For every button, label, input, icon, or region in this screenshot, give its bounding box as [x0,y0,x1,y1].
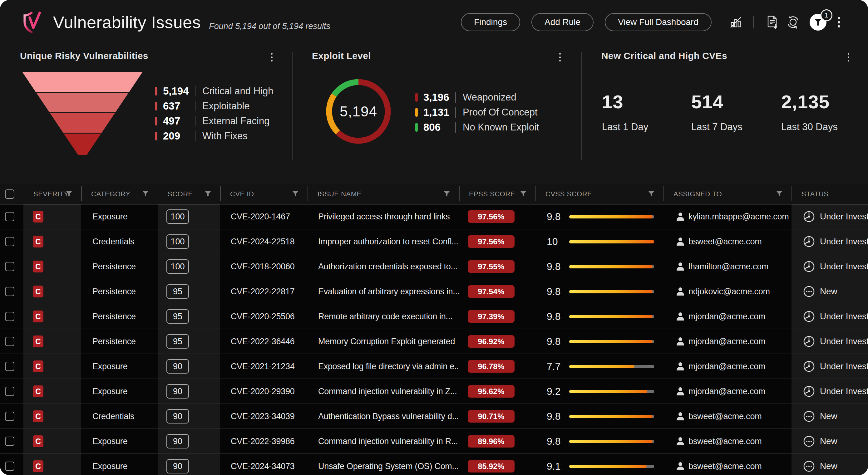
column-header-cvss-score[interactable]: CVSS SCORE [535,184,663,204]
row-checkbox[interactable] [5,262,14,271]
cve-id-cell[interactable]: CVE-2021-21234 [231,362,294,371]
issue-name-cell[interactable]: Evaluation of arbitrary expressions in..… [318,287,459,296]
column-header-cve-id[interactable]: CVE ID [220,184,308,204]
column-header-assigned-to[interactable]: ASSIGNED TO [663,184,792,204]
column-header-issue-name[interactable]: ISSUE NAME [308,184,459,204]
panel-menu-icon[interactable] [559,53,561,62]
severity-badge: C [33,336,43,347]
table-row[interactable]: C Exposure 90 CVE-2020-29390 Command inj… [0,379,868,404]
table-row[interactable]: C Persistence 100 CVE-2018-20060 Authori… [0,254,868,279]
table-row[interactable]: C Persistence 95 CVE-2022-22817 Evaluati… [0,279,868,304]
column-header-epss-score[interactable]: EPSS SCORE [459,184,535,204]
status-new-icon [803,410,815,422]
filter-icon[interactable] [66,190,72,198]
cve-id-cell[interactable]: CVE-2020-25506 [231,312,294,321]
assignee-email[interactable]: bsweet@acme.com [688,237,762,247]
panel-menu-icon[interactable] [848,53,849,62]
top-bar: Vulnerability Issues Found 5,194 out of … [0,0,868,44]
row-checkbox[interactable] [5,212,14,221]
row-checkbox[interactable] [5,462,14,471]
filter-icon[interactable] [205,190,211,198]
assignee-email[interactable]: bsweet@acme.com [688,412,762,421]
table-row[interactable]: C Exposure 100 CVE-2020-1467 Privileged … [0,204,868,229]
issue-name-cell[interactable]: Privileged access through hard links [318,212,450,222]
assignee-email[interactable]: bsweet@acme.com [688,462,762,471]
row-checkbox[interactable] [5,412,14,421]
findings-button[interactable]: Findings [461,13,520,31]
cvss-score-value: 7.7 [547,361,569,372]
assignee-email[interactable]: mjordan@acme.com [688,312,765,321]
cve-id-cell[interactable]: CVE-2020-1467 [231,212,290,222]
legend-item: 637Exploitable [155,100,273,113]
assignee-email[interactable]: mjordan@acme.com [688,337,765,346]
column-header-category[interactable]: CATEGORY [81,184,158,204]
cve-id-cell[interactable]: CVE-2024-22518 [231,237,294,247]
cve-id-cell[interactable]: CVE-2022-36446 [231,337,294,346]
row-checkbox[interactable] [5,337,14,346]
export-report-icon[interactable] [765,15,778,29]
issue-name-cell[interactable]: Authorization credentials exposed to... [318,262,457,272]
assignee-email[interactable]: kylian.mbappe@acme.com [688,212,789,222]
user-avatar[interactable]: 1 [810,14,827,31]
column-header-status[interactable]: STATUS [792,184,868,204]
table-row[interactable]: C Credentials 100 CVE-2024-22518 Imprope… [0,229,868,254]
cve-id-cell[interactable]: CVE-2022-22817 [231,287,294,296]
row-checkbox[interactable] [5,312,14,321]
filter-icon[interactable] [649,190,654,198]
score-box: 90 [166,359,189,374]
filter-icon[interactable] [521,190,526,198]
filter-icon[interactable] [777,190,782,198]
issue-name-cell[interactable]: Memory Corruption Exploit generated [318,337,455,346]
cve-id-cell[interactable]: CVE-2024-34073 [231,462,294,471]
cve-id-cell[interactable]: CVE-2022-39986 [231,437,294,446]
issue-name-cell[interactable]: Exposed log file directory via admin e..… [318,362,459,371]
table-row[interactable]: C Exposure 90 CVE-2024-34073 Unsafe Oper… [0,454,868,475]
assignee-email[interactable]: bsweet@acme.com [688,437,762,446]
cve-id-cell[interactable]: CVE-2023-34039 [231,412,294,421]
assignee-email[interactable]: ndjokovic@acme.com [688,287,770,296]
filter-icon[interactable] [292,190,298,198]
status-label: Under Investigation [820,312,868,321]
severity-badge: C [33,460,43,472]
legend-item: 3,196Weaponized [415,91,539,104]
table-row[interactable]: C Persistence 95 CVE-2022-36446 Memory C… [0,329,868,354]
issue-name-cell[interactable]: Command injection vulnerability in Z... [318,387,457,397]
table-row[interactable]: C Exposure 90 CVE-2022-39986 Command inj… [0,429,868,454]
row-checkbox[interactable] [5,437,14,446]
table-row[interactable]: C Exposure 90 CVE-2021-21234 Exposed log… [0,354,868,379]
filter-icon[interactable] [143,190,148,198]
row-checkbox[interactable] [5,287,14,296]
view-full-dashboard-button[interactable]: View Full Dashboard [605,13,712,31]
select-all-checkbox[interactable] [5,189,14,199]
cvss-score-value: 9.8 [547,311,569,322]
cvss-score-value: 9.2 [547,386,569,397]
issue-name-cell[interactable]: Authentication Bypass vulnerability d... [318,412,459,421]
filter-icon[interactable] [444,190,450,198]
assignee-email[interactable]: lhamilton@acme.com [688,262,768,272]
table-row[interactable]: C Persistence 95 CVE-2020-25506 Remote a… [0,304,868,329]
row-checkbox[interactable] [5,362,14,371]
cve-id-cell[interactable]: CVE-2020-29390 [231,387,294,397]
column-header-severity[interactable]: SEVERITY [23,184,81,204]
panel-menu-icon[interactable] [271,53,273,62]
issue-name-cell[interactable]: Improper authorization to reset Confl... [318,237,458,247]
add-rule-button[interactable]: Add Rule [531,13,594,31]
table-row[interactable]: C Credentials 90 CVE-2023-34039 Authenti… [0,404,868,429]
hide-charts-icon[interactable] [730,16,742,28]
row-checkbox[interactable] [5,237,14,246]
refresh-icon[interactable] [786,15,800,29]
cvss-score-bar [569,465,654,468]
assignee-email[interactable]: mjordan@acme.com [688,387,765,397]
score-box: 95 [166,309,189,324]
person-icon [676,237,685,246]
issue-name-cell[interactable]: Command injection vulnerability in R... [318,437,458,446]
column-header-score[interactable]: SCORE [158,184,220,204]
cve-id-cell[interactable]: CVE-2018-20060 [231,262,294,272]
more-options-icon[interactable] [838,17,840,28]
issue-name-cell[interactable]: Unsafe Operating System (OS) Com... [318,462,459,471]
row-checkbox[interactable] [5,387,14,396]
cvss-score-bar [569,240,654,244]
issue-name-cell[interactable]: Remote arbitrary code execution in... [318,312,453,321]
severity-badge: C [33,286,43,297]
assignee-email[interactable]: mjordan@acme.com [688,362,765,371]
